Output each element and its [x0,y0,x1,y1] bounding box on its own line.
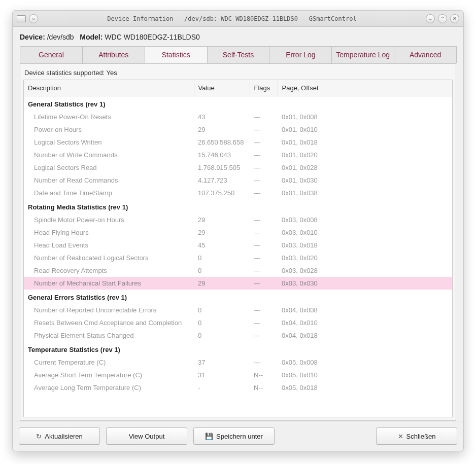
menu-icon: ○ [32,16,35,21]
chevron-down-icon: ⌄ [428,16,432,21]
close-icon: ✕ [398,433,403,440]
table-row[interactable]: Physical Element Status Changed0---0x04,… [24,329,452,342]
cell-flags: --- [250,264,278,277]
cell-offset: 0x03, 0x010 [278,226,452,239]
table-row[interactable]: Lifetime Power-On Resets43---0x01, 0x008 [24,111,452,123]
tab-bar: GeneralAttributesStatisticsSelf-TestsErr… [20,46,456,64]
tab-advanced[interactable]: Advanced [394,46,457,63]
save-under-button[interactable]: 💾 Speichern unter [193,427,275,445]
cell-value: 0 [194,304,250,316]
cell-description: Date and Time TimeStamp [24,187,194,199]
cell-description: Number of Read Commands [24,174,194,187]
table-row[interactable]: Number of Write Commands15.746.043---0x0… [24,149,452,161]
cell-value: 0 [194,264,250,277]
cell-offset: 0x04, 0x010 [278,316,452,329]
cell-description: Read Recovery Attempts [24,264,194,277]
cell-description: Logical Sectors Read [24,161,194,174]
table-row[interactable]: Number of Mechanical Start Failures29---… [24,277,452,290]
col-description[interactable]: Description [24,80,194,96]
cell-description: Current Temperature (C) [24,356,194,369]
cell-offset: 0x03, 0x030 [278,277,452,290]
tab-attributes[interactable]: Attributes [82,46,145,63]
cell-description: Average Short Term Temperature (C) [24,369,194,381]
cell-value: 0 [194,252,250,264]
table-row[interactable]: Power-on Hours29---0x01, 0x010 [24,123,452,136]
table-row[interactable]: Average Long Term Temperature (C)-N--0x0… [24,381,452,394]
tab-statistics[interactable]: Statistics [145,46,208,63]
cell-flags: --- [250,111,278,123]
cell-flags: --- [250,174,278,187]
cell-value: 0 [194,329,250,342]
group-title: General Errors Statistics (rev 1) [24,290,452,304]
model-label: Model: [80,33,103,41]
table-row[interactable]: Number of Read Commands4.127.723---0x01,… [24,174,452,187]
tab-self-tests[interactable]: Self-Tests [207,46,270,63]
cell-description: Number of Write Commands [24,149,194,161]
cell-offset: 0x01, 0x018 [278,136,452,149]
cell-offset: 0x03, 0x018 [278,239,452,252]
close-window-button[interactable]: ✕ [450,14,459,23]
col-offset[interactable]: Page, Offset [278,80,452,96]
device-label: Device: [20,33,45,41]
refresh-button[interactable]: ↻ Aktualisieren [19,427,100,445]
cell-flags: --- [250,304,278,316]
refresh-label: Aktualisieren [45,433,82,440]
cell-offset: 0x01, 0x008 [278,111,452,123]
table-row[interactable]: Resets Between Cmd Acceptance and Comple… [24,316,452,329]
cell-offset: 0x03, 0x020 [278,252,452,264]
content-area: Device: /dev/sdb Model: WDC WD180EDGZ-11… [13,27,463,421]
window-title: Device Information - /dev/sdb: WDC WD180… [41,15,423,22]
statistics-table-wrap[interactable]: Description Value Flags Page, Offset Gen… [23,80,453,417]
cell-description: Number of Reallocated Logical Sectors [24,252,194,264]
table-row[interactable]: Read Recovery Attempts0---0x03, 0x028 [24,264,452,277]
cell-offset: 0x01, 0x028 [278,161,452,174]
cell-flags: --- [250,213,278,226]
table-row[interactable]: Spindle Motor Power-on Hours29---0x03, 0… [24,213,452,226]
table-row[interactable]: Head Load Events45---0x03, 0x018 [24,239,452,252]
tab-panel: Device statistics supported: Yes Descrip… [20,64,456,421]
group-title: General Statistics (rev 1) [24,96,452,111]
maximize-button[interactable]: ⌃ [438,14,447,23]
view-output-label: View Output [129,433,165,440]
tab-general[interactable]: General [20,46,83,63]
cell-flags: --- [250,123,278,136]
cell-flags: --- [250,356,278,369]
cell-value: 29 [194,213,250,226]
tab-temperature-log[interactable]: Temperature Log [331,46,394,63]
window-menu-button[interactable]: ○ [29,14,38,23]
close-button[interactable]: ✕ Schließen [376,427,457,445]
cell-flags: N-- [250,369,278,381]
tab-error-log[interactable]: Error Log [269,46,332,63]
support-line: Device statistics supported: Yes [23,67,453,80]
table-row[interactable]: Number of Reported Uncorrectable Errors0… [24,304,452,316]
cell-offset: 0x03, 0x008 [278,213,452,226]
table-row[interactable]: Number of Reallocated Logical Sectors0--… [24,252,452,264]
table-row[interactable]: Average Short Term Temperature (C)31N--0… [24,369,452,381]
col-flags[interactable]: Flags [250,80,278,96]
cell-value: 29 [194,277,250,290]
cell-offset: 0x05, 0x010 [278,369,452,381]
col-value[interactable]: Value [194,80,250,96]
table-row[interactable]: Logical Sectors Read1.768.915.505---0x01… [24,161,452,174]
view-output-button[interactable]: View Output [106,427,187,445]
close-icon: ✕ [453,16,457,21]
cell-flags: --- [250,161,278,174]
cell-description: Number of Mechanical Start Failures [24,277,194,290]
cell-value: - [194,381,250,394]
cell-flags: --- [250,316,278,329]
cell-description: Resets Between Cmd Acceptance and Comple… [24,316,194,329]
table-row[interactable]: Head Flying Hours29---0x03, 0x010 [24,226,452,239]
titlebar: ○ Device Information - /dev/sdb: WDC WD1… [13,11,463,27]
table-row[interactable]: Current Temperature (C)37---0x05, 0x008 [24,356,452,369]
cell-offset: 0x01, 0x010 [278,123,452,136]
table-row[interactable]: Date and Time TimeStamp107.375.250---0x0… [24,187,452,199]
cell-flags: --- [250,149,278,161]
save-icon: 💾 [205,433,213,440]
device-value: /dev/sdb [47,33,74,41]
cell-flags: --- [250,226,278,239]
minimize-button[interactable]: ⌄ [426,14,435,23]
table-row[interactable]: Logical Sectors Written26.650.588.658---… [24,136,452,149]
group-header: Rotating Media Statistics (rev 1) [24,199,452,213]
cell-value: 43 [194,111,250,123]
cell-value: 4.127.723 [194,174,250,187]
